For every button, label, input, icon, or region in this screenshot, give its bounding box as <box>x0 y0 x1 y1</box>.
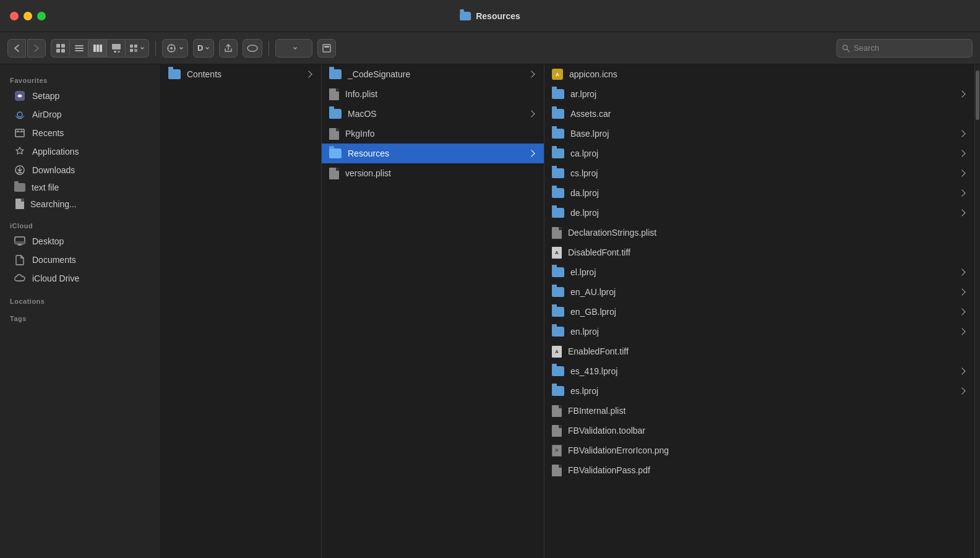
gallery-view-button[interactable] <box>106 39 125 58</box>
version-plist-label: version.plist <box>345 168 536 178</box>
en-au-lproj-item[interactable]: en_AU.lproj <box>544 282 974 302</box>
en-gb-lproj-item[interactable]: en_GB.lproj <box>544 302 974 322</box>
en-lproj-label: en.lproj <box>570 327 953 337</box>
de-lproj-icon <box>552 208 564 218</box>
recents-icon <box>14 127 26 139</box>
scrollbar[interactable] <box>975 64 980 558</box>
sidebar-item-applications[interactable]: Applications <box>4 142 157 161</box>
el-lproj-item[interactable]: el.lproj <box>544 262 974 282</box>
sidebar-item-airdrop[interactable]: AirDrop <box>4 105 157 124</box>
sidebar-item-desktop[interactable]: Desktop <box>4 232 157 251</box>
arrange-button[interactable]: D <box>193 39 214 58</box>
back-button[interactable] <box>7 39 26 58</box>
svg-rect-15 <box>130 49 133 52</box>
group-view-button[interactable] <box>125 39 149 58</box>
disabled-font-item[interactable]: A DisabledFont.tiff <box>544 243 974 262</box>
enabled-font-item[interactable]: A EnabledFont.tiff <box>544 341 974 361</box>
maximize-button[interactable] <box>37 12 46 20</box>
da-lproj-label: da.lproj <box>570 188 953 198</box>
codesignature-item[interactable]: _CodeSignature <box>322 64 544 84</box>
info-plist-item[interactable]: Info.plist <box>322 84 544 104</box>
sidebar-item-recents[interactable]: Recents <box>4 124 157 142</box>
ca-lproj-label: ca.lproj <box>570 148 953 158</box>
main-area: Favourites Setapp AirDrop Recents <box>0 64 980 558</box>
assets-car-icon <box>552 109 564 119</box>
declaration-strings-item[interactable]: DeclarationStrings.plist <box>544 223 974 243</box>
tag-button[interactable] <box>243 39 262 58</box>
sidebar-item-documents[interactable]: Documents <box>4 251 157 269</box>
es-lproj-chevron <box>958 387 965 394</box>
es-lproj-item[interactable]: es.lproj <box>544 381 974 401</box>
dropdown-button[interactable] <box>275 39 312 58</box>
version-plist-item[interactable]: version.plist <box>322 163 544 183</box>
minimize-button[interactable] <box>24 12 32 20</box>
en-gb-lproj-chevron <box>958 308 965 315</box>
traffic-lights <box>10 12 46 20</box>
macos-label: MacOS <box>348 109 523 119</box>
share-button[interactable] <box>219 39 238 58</box>
de-lproj-chevron <box>958 209 965 216</box>
column-view-button[interactable] <box>88 39 106 58</box>
en-lproj-item[interactable]: en.lproj <box>544 322 974 341</box>
macos-item[interactable]: MacOS <box>322 104 544 124</box>
sidebar-item-setapp[interactable]: Setapp <box>4 87 157 105</box>
close-button[interactable] <box>10 12 19 20</box>
sidebar-item-downloads[interactable]: Downloads <box>4 161 157 179</box>
assets-car-item[interactable]: Assets.car <box>544 104 974 124</box>
en-au-lproj-icon <box>552 287 564 297</box>
ca-lproj-chevron <box>958 150 965 157</box>
en-au-lproj-label: en_AU.lproj <box>570 287 953 297</box>
search-input[interactable] <box>854 43 967 53</box>
tags-label: Tags <box>0 310 160 325</box>
fbvalidation-error-icon: ✕ <box>552 445 562 457</box>
svg-point-29 <box>17 112 22 117</box>
column-2: _CodeSignature Info.plist MacOS PkgInfo <box>322 64 544 558</box>
el-lproj-label: el.lproj <box>570 267 953 277</box>
sidebar-item-icloud-drive[interactable]: iCloud Drive <box>4 269 157 288</box>
appicon-label: appicon.icns <box>569 69 967 79</box>
contents-item[interactable]: Contents <box>161 64 321 84</box>
appicon-item[interactable]: A appicon.icns <box>544 64 974 84</box>
svg-rect-1 <box>61 44 65 48</box>
da-lproj-item[interactable]: da.lproj <box>544 183 974 203</box>
fbvalidation-icon <box>552 425 562 437</box>
scrollbar-thumb[interactable] <box>976 71 979 120</box>
svg-rect-3 <box>61 49 65 53</box>
codesignature-chevron <box>528 71 535 77</box>
cs-lproj-item[interactable]: cs.lproj <box>544 163 974 183</box>
svg-point-23 <box>247 45 257 51</box>
fbvalidation-item[interactable]: FBValidation.toolbar <box>544 421 974 440</box>
content-area: Contents _CodeSignature Info.plist MacOS <box>161 64 980 558</box>
base-lproj-chevron <box>958 130 965 137</box>
ar-lproj-label: ar.lproj <box>570 89 953 99</box>
titlebar: Resources <box>0 0 980 32</box>
ar-lproj-item[interactable]: ar.lproj <box>544 84 974 104</box>
es-419-lproj-item[interactable]: es_419.lproj <box>544 361 974 381</box>
svg-rect-33 <box>21 131 22 132</box>
column-1: Contents <box>161 64 322 558</box>
info-plist-icon <box>329 88 339 100</box>
fbvalidation-error-item[interactable]: ✕ FBValidationErrorIcon.png <box>544 440 974 460</box>
icon-view-button[interactable] <box>51 39 69 58</box>
de-lproj-item[interactable]: de.lproj <box>544 203 974 223</box>
svg-rect-16 <box>134 49 137 52</box>
pkginfo-item[interactable]: PkgInfo <box>322 124 544 144</box>
toolbar: D <box>0 32 980 64</box>
fbinternal-item[interactable]: FBInternal.plist <box>544 401 974 421</box>
svg-point-26 <box>843 45 847 49</box>
view-buttons <box>51 39 149 58</box>
cover-button[interactable] <box>317 39 336 58</box>
forward-button[interactable] <box>27 39 46 58</box>
documents-label: Documents <box>32 255 76 265</box>
ca-lproj-item[interactable]: ca.lproj <box>544 144 974 163</box>
resources-item[interactable]: Resources <box>322 144 544 163</box>
en-au-lproj-chevron <box>958 288 965 295</box>
base-lproj-item[interactable]: Base.lproj <box>544 124 974 144</box>
sidebar-item-text-file[interactable]: text file <box>4 179 157 195</box>
fbvalidation-pass-item[interactable]: FBValidationPass.pdf <box>544 460 974 480</box>
list-view-button[interactable] <box>69 39 88 58</box>
sidebar-item-searching[interactable]: Searching... <box>4 195 157 212</box>
action-button[interactable] <box>162 39 188 58</box>
search-bar[interactable] <box>836 39 973 58</box>
applications-label: Applications <box>32 147 79 157</box>
